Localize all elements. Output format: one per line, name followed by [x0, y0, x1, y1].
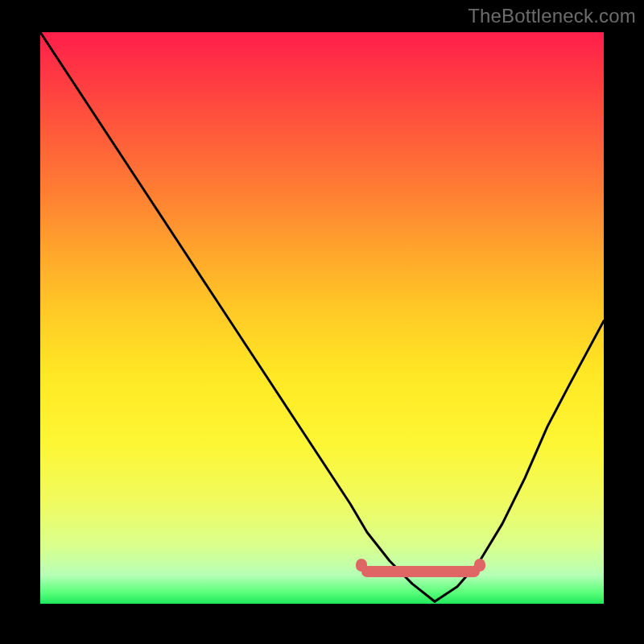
highlight-band — [361, 566, 480, 577]
curve-right-branch — [435, 321, 604, 602]
highlight-dot-0 — [356, 559, 367, 572]
attribution-text: TheBottleneck.com — [468, 5, 636, 27]
chart-curve — [40, 32, 604, 604]
curve-left-branch — [40, 32, 435, 601]
highlight-dot-1 — [474, 559, 485, 572]
plot-area — [40, 32, 604, 604]
root: TheBottleneck.com — [0, 0, 644, 644]
